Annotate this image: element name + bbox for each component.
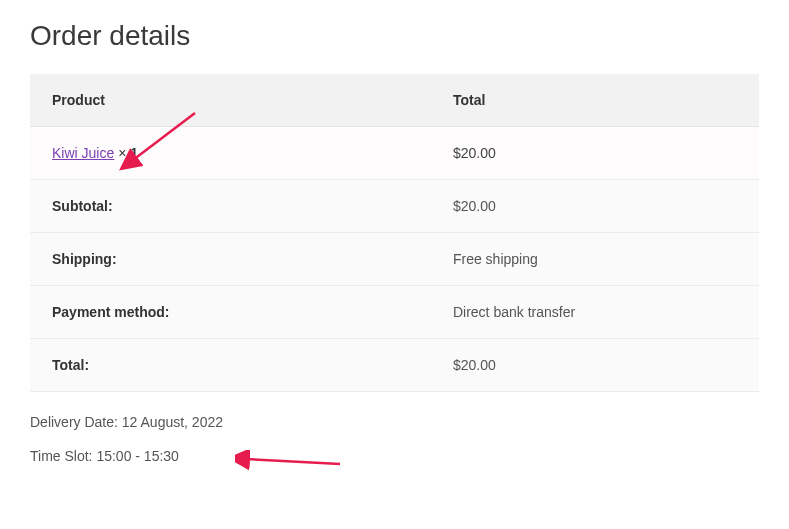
time-slot-label: Time Slot:	[30, 448, 96, 464]
product-link[interactable]: Kiwi Juice	[52, 145, 114, 161]
payment-method-label: Payment method:	[30, 286, 431, 339]
payment-method-row: Payment method: Direct bank transfer	[30, 286, 759, 339]
total-row: Total: $20.00	[30, 339, 759, 392]
total-label: Total:	[30, 339, 431, 392]
product-quantity: × 1	[114, 145, 138, 161]
shipping-row: Shipping: Free shipping	[30, 233, 759, 286]
column-header-total: Total	[431, 74, 759, 127]
subtotal-value: $20.00	[431, 180, 759, 233]
delivery-date-value: 12 August, 2022	[122, 414, 223, 430]
total-value: $20.00	[431, 339, 759, 392]
time-slot-line: Time Slot: 15:00 - 15:30	[30, 448, 759, 464]
line-total-cell: $20.00	[431, 127, 759, 180]
column-header-product: Product	[30, 74, 431, 127]
time-slot-value: 15:00 - 15:30	[96, 448, 179, 464]
table-row: Kiwi Juice × 1 $20.00	[30, 127, 759, 180]
shipping-label: Shipping:	[30, 233, 431, 286]
delivery-date-line: Delivery Date: 12 August, 2022	[30, 414, 759, 430]
order-details-table: Product Total Kiwi Juice × 1 $20.00 Subt…	[30, 74, 759, 392]
subtotal-row: Subtotal: $20.00	[30, 180, 759, 233]
product-cell: Kiwi Juice × 1	[30, 127, 431, 180]
subtotal-label: Subtotal:	[30, 180, 431, 233]
payment-method-value: Direct bank transfer	[431, 286, 759, 339]
page-title: Order details	[30, 20, 759, 52]
shipping-value: Free shipping	[431, 233, 759, 286]
delivery-date-label: Delivery Date:	[30, 414, 122, 430]
table-header-row: Product Total	[30, 74, 759, 127]
